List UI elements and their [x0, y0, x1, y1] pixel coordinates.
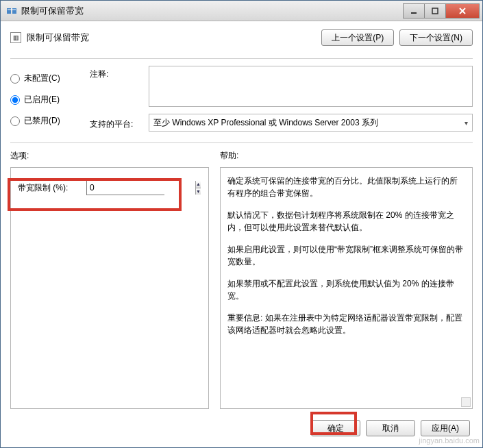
policy-icon: ▥	[10, 32, 21, 43]
svg-rect-2	[411, 12, 417, 14]
comment-label: 注释:	[90, 66, 143, 80]
svg-rect-0	[7, 8, 11, 14]
maximize-button[interactable]	[424, 3, 446, 18]
minimize-button[interactable]	[403, 3, 425, 18]
cancel-button[interactable]: 取消	[366, 420, 415, 436]
options-box: 带宽限制 (%): ▲ ▼	[10, 167, 209, 409]
help-box: 确定系统可保留的连接带宽的百分比。此值限制系统上运行的所有程序的组合带宽保留。 …	[220, 167, 473, 409]
spin-up-icon[interactable]: ▲	[196, 181, 201, 188]
platform-value: 至少 Windows XP Professional 或 Windows Ser…	[153, 117, 378, 129]
platform-select[interactable]: 至少 Windows XP Professional 或 Windows Ser…	[149, 114, 473, 132]
app-icon	[6, 5, 17, 16]
help-paragraph: 如果启用此设置，则可以使用“带宽限制”框来调整系统可保留的带宽数量。	[227, 243, 465, 268]
help-paragraph: 如果禁用或不配置此设置，则系统使用默认值为 20% 的连接带宽。	[227, 277, 465, 302]
radio-disabled[interactable]: 已禁用(D)	[10, 115, 79, 127]
radio-unconfigured[interactable]: 未配置(C)	[10, 73, 79, 84]
apply-button[interactable]: 应用(A)	[421, 420, 470, 436]
bandwidth-limit-label: 带宽限制 (%):	[18, 182, 81, 194]
next-setting-button[interactable]: 下一个设置(N)	[399, 29, 473, 46]
prev-setting-button[interactable]: 上一个设置(P)	[321, 29, 394, 46]
titlebar[interactable]: 限制可保留带宽	[1, 1, 482, 21]
help-paragraph: 重要信息: 如果在注册表中为特定网络适配器设置带宽限制，配置该网络适配器时就会忽…	[227, 312, 465, 336]
spin-down-icon[interactable]: ▼	[196, 188, 201, 195]
page-title: 限制可保留带宽	[27, 32, 89, 44]
help-label: 帮助:	[220, 150, 473, 162]
dialog-window: 限制可保留带宽 ▥ 限制可保留带宽 上一个设置(P) 下一个设置(N) 未配置(…	[0, 0, 483, 448]
radio-enabled[interactable]: 已启用(E)	[10, 94, 79, 105]
help-paragraph: 确定系统可保留的连接带宽的百分比。此值限制系统上运行的所有程序的组合带宽保留。	[227, 175, 465, 199]
bandwidth-limit-field[interactable]	[87, 181, 195, 195]
help-paragraph: 默认情况下，数据包计划程序将系统限制在 20% 的连接带宽之内，但可以使用此设置…	[227, 209, 465, 234]
close-button[interactable]	[445, 3, 480, 18]
divider	[10, 142, 473, 143]
window-title: 限制可保留带宽	[21, 5, 404, 17]
comment-textarea[interactable]	[149, 66, 473, 107]
divider	[10, 58, 473, 59]
bandwidth-limit-input[interactable]: ▲ ▼	[86, 180, 164, 195]
chevron-down-icon: ▾	[465, 119, 468, 127]
options-label: 选项:	[10, 150, 209, 162]
scroll-corner	[461, 397, 471, 407]
svg-rect-3	[432, 8, 438, 14]
svg-rect-1	[12, 8, 16, 14]
ok-button[interactable]: 确定	[311, 420, 360, 436]
platform-label: 支持的平台:	[90, 116, 143, 130]
